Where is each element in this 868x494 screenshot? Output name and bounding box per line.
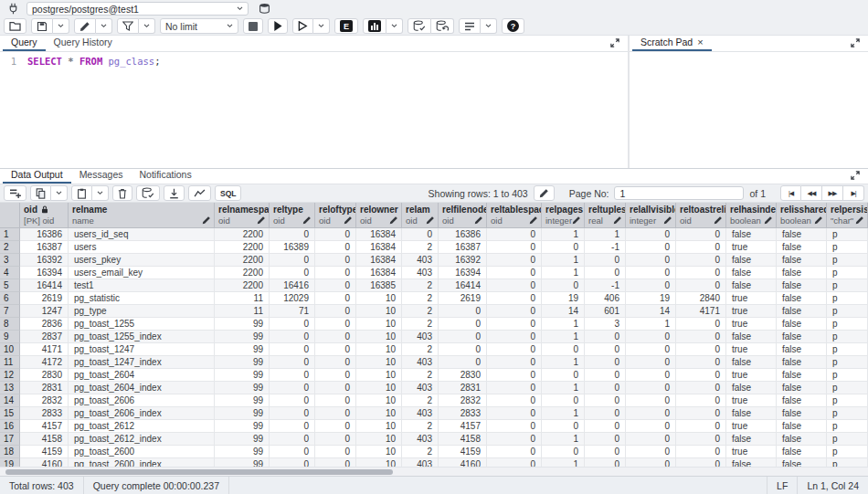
grid-cell[interactable]: 2200 (215, 279, 270, 292)
row-number-cell[interactable]: 6 (0, 292, 20, 305)
grid-cell[interactable]: 2830 (20, 369, 69, 382)
new-connection-button[interactable] (254, 1, 275, 16)
expand-output-panel-button[interactable] (845, 169, 865, 184)
grid-cell[interactable]: p (827, 331, 868, 343)
grid-cell[interactable]: 10 (356, 407, 402, 420)
column-header-reloftype[interactable]: reloftypeoid (315, 203, 356, 228)
grid-cell[interactable]: 10 (356, 305, 402, 318)
previous-page-button[interactable]: ◀◀ (801, 185, 822, 201)
grid-cell[interactable]: 403 (402, 458, 439, 467)
grid-cell[interactable]: 99 (215, 382, 270, 394)
column-header-relisshared[interactable]: relissharedboolean (777, 203, 827, 228)
grid-cell[interactable]: 0 (676, 458, 726, 467)
grid-cell[interactable]: 0 (626, 420, 676, 433)
grid-cell[interactable]: 16414 (20, 279, 69, 292)
commit-button[interactable] (408, 18, 431, 34)
grid-cell[interactable]: 403 (402, 433, 439, 446)
grid-cell[interactable]: 99 (215, 433, 270, 446)
connection-selector[interactable]: postgres/postgres@test1 (26, 2, 249, 16)
grid-cell[interactable]: 601 (585, 305, 626, 318)
grid-cell[interactable]: 0 (487, 305, 542, 318)
grid-cell[interactable]: false (777, 356, 827, 369)
grid-cell[interactable]: 0 (270, 343, 315, 356)
grid-cell[interactable]: 2200 (215, 228, 270, 241)
grid-cell[interactable]: p (827, 241, 868, 254)
grid-cell[interactable]: 0 (315, 318, 356, 331)
grid-cell[interactable]: 16384 (356, 241, 402, 254)
grid-cell[interactable]: 2832 (20, 394, 69, 407)
grid-cell[interactable]: 0 (542, 369, 585, 382)
column-header-relfilenode[interactable]: relfilenodeoid (439, 203, 487, 228)
grid-cell[interactable]: 0 (315, 267, 356, 279)
visualize-data-button[interactable] (188, 185, 211, 201)
view-sql-button[interactable]: SQL (215, 185, 241, 201)
grid-cell[interactable]: 99 (215, 356, 270, 369)
grid-cell[interactable]: 2619 (20, 292, 69, 305)
grid-cell[interactable]: p (827, 228, 868, 241)
grid-cell[interactable]: 0 (626, 254, 676, 267)
row-number-cell[interactable]: 12 (0, 369, 20, 382)
grid-cell[interactable]: 71 (270, 305, 315, 318)
grid-cell[interactable]: 0 (270, 433, 315, 446)
grid-cell[interactable]: 0 (315, 433, 356, 446)
grid-cell[interactable]: 0 (487, 331, 542, 343)
grid-cell[interactable]: 10 (356, 458, 402, 467)
grid-cell[interactable]: 16387 (439, 241, 487, 254)
row-number-cell[interactable]: 17 (0, 433, 20, 446)
grid-cell[interactable]: 0 (542, 279, 585, 292)
edit-column-icon[interactable] (572, 215, 581, 225)
tab-query[interactable]: Query (3, 35, 46, 51)
grid-cell[interactable]: 0 (676, 343, 726, 356)
grid-cell[interactable]: 1 (542, 267, 585, 279)
grid-cell[interactable]: p (827, 343, 868, 356)
grid-cell[interactable]: 19 (542, 292, 585, 305)
row-number-cell[interactable]: 4 (0, 267, 20, 279)
grid-cell[interactable]: 0 (585, 356, 626, 369)
grid-cell[interactable]: 4157 (439, 420, 487, 433)
edit-column-icon[interactable] (474, 215, 483, 225)
grid-cell[interactable]: false (777, 343, 827, 356)
grid-cell[interactable]: true (726, 446, 777, 458)
grid-cell[interactable]: 0 (585, 458, 626, 467)
grid-cell[interactable]: true (726, 292, 777, 305)
grid-cell[interactable]: 0 (626, 241, 676, 254)
grid-cell[interactable]: 0 (676, 369, 726, 382)
grid-cell[interactable]: true (726, 394, 777, 407)
expand-scratch-pad-button[interactable] (845, 37, 865, 51)
scrollbar-thumb[interactable] (5, 469, 393, 475)
grid-cell[interactable]: false (726, 331, 777, 343)
grid-cell[interactable]: 0 (315, 305, 356, 318)
column-header-relpages[interactable]: relpagesinteger (542, 203, 585, 228)
first-page-button[interactable]: |◀ (780, 185, 801, 201)
grid-cell[interactable]: 0 (626, 407, 676, 420)
grid-cell[interactable]: 2837 (20, 331, 69, 343)
grid-cell[interactable]: 1 (626, 318, 676, 331)
grid-cell[interactable]: 0 (270, 356, 315, 369)
grid-cell[interactable]: 99 (215, 420, 270, 433)
column-header-relhasindex[interactable]: relhasindexboolean (726, 203, 777, 228)
grid-cell[interactable]: 16389 (270, 241, 315, 254)
grid-cell[interactable]: 0 (487, 458, 542, 467)
grid-cell[interactable]: 0 (542, 241, 585, 254)
grid-cell[interactable]: 99 (215, 458, 270, 467)
grid-cell[interactable]: 0 (626, 228, 676, 241)
grid-cell[interactable]: p (827, 356, 868, 369)
paste-button[interactable] (71, 185, 92, 201)
grid-cell[interactable]: 10 (356, 446, 402, 458)
grid-cell[interactable]: 10 (356, 433, 402, 446)
grid-cell[interactable]: 0 (626, 369, 676, 382)
filter-options-button[interactable] (139, 18, 155, 34)
grid-cell[interactable]: 0 (270, 394, 315, 407)
paste-options-button[interactable] (92, 185, 109, 201)
grid-cell[interactable]: 0 (487, 241, 542, 254)
edit-range-button[interactable] (534, 185, 555, 201)
grid-cell[interactable]: 0 (487, 279, 542, 292)
grid-cell[interactable]: 0 (487, 356, 542, 369)
column-header-reltablespace[interactable]: reltablespaceoid (487, 203, 542, 228)
expand-query-panel-button[interactable] (605, 37, 625, 51)
grid-cell[interactable]: 99 (215, 446, 270, 458)
grid-cell[interactable]: p (827, 382, 868, 394)
edit-column-icon[interactable] (389, 215, 398, 225)
download-results-button[interactable] (164, 185, 185, 201)
grid-cell[interactable]: false (777, 267, 827, 279)
